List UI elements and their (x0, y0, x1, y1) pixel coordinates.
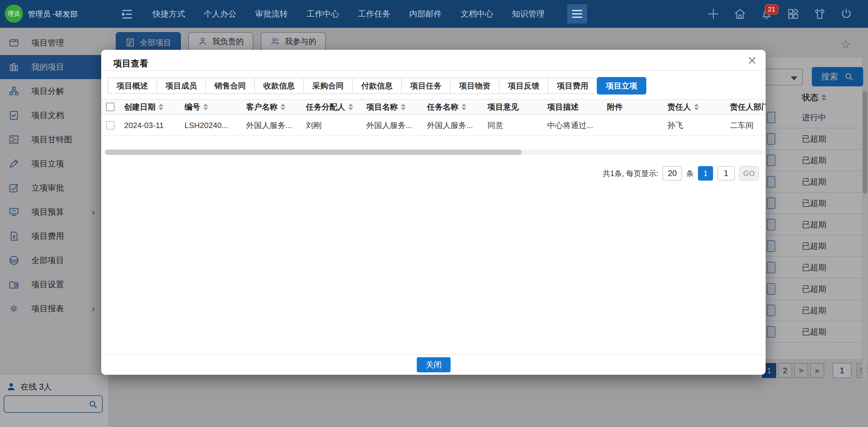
page-number-input[interactable] (717, 166, 735, 181)
modal-table-header: 创建日期 编号 客户名称 任务分配人 (101, 99, 766, 115)
sort-arrows-icon[interactable] (348, 103, 353, 110)
table-cell: LSH20240... (181, 121, 243, 130)
avatar[interactable]: 理员 (5, 4, 23, 23)
theme-shirt-icon[interactable] (813, 7, 826, 21)
column-label: 项目意见 (488, 102, 519, 112)
table-cell: 孙飞 (664, 120, 726, 131)
add-icon[interactable] (707, 7, 720, 21)
page-size-unit: 条 (686, 169, 694, 179)
apps-grid-icon[interactable] (786, 7, 800, 21)
user-name: 管理员 -研发部 (28, 0, 78, 28)
modal-tabs: 项目概述 项目成员 销售合同 收款信息 采购合同 付款信息 项目任务 项目物资 … (108, 78, 646, 94)
modal-pagination: 共1条, 每页显示: 条 1 GO (602, 166, 759, 181)
modal-tab[interactable]: 采购合同 (303, 78, 353, 94)
top-menu-item[interactable]: 知识管理 (512, 8, 545, 19)
table-cell: 2024-03-11 (121, 121, 181, 130)
modal-tab[interactable]: 销售合同 (205, 78, 255, 94)
column-label: 项目名称 (366, 102, 398, 112)
modal-tab[interactable]: 付款信息 (352, 78, 402, 94)
top-menu-item[interactable]: 工作任务 (358, 8, 391, 19)
column-header[interactable]: 附件 (603, 102, 664, 112)
modal-tab[interactable]: 项目物资 (450, 78, 499, 94)
sort-arrows-icon[interactable] (159, 103, 163, 110)
power-logout-icon[interactable] (840, 7, 853, 21)
table-cell: 二车间 (726, 120, 766, 131)
column-header[interactable]: 编号 (181, 102, 243, 112)
modal-tab[interactable]: 收款信息 (254, 78, 304, 94)
page-size-input[interactable] (663, 166, 682, 181)
table-cell: 外国人服务... (243, 120, 302, 131)
column-label: 附件 (607, 102, 623, 112)
top-navigation-bar: 理员 管理员 -研发部 快捷方式 个人办公 审批流转 工作中心 工作任务 内部邮… (0, 0, 868, 28)
table-cell: 外国人服务... (424, 120, 484, 131)
modal-title: 项目查看 (113, 58, 148, 70)
top-menu-item[interactable]: 个人办公 (204, 8, 237, 19)
sort-arrows-icon[interactable] (203, 103, 208, 110)
modal-tab[interactable]: 项目任务 (401, 78, 451, 94)
top-menu-item[interactable]: 工作中心 (307, 8, 339, 19)
modal-table-row: 2024-03-11 LSH20240... 外国人服务... 刘刚 外国人服务… (101, 115, 766, 136)
notifications-bell-icon[interactable]: 21 (760, 7, 773, 21)
sort-arrows-icon[interactable] (281, 103, 285, 110)
column-label: 任务名称 (427, 102, 459, 112)
column-label: 编号 (185, 102, 200, 112)
project-view-modal: 项目查看 × 项目概述 项目成员 销售合同 收款信息 采购合同 付款信息 项目任… (101, 50, 766, 375)
close-icon[interactable]: × (748, 53, 756, 68)
horizontal-scrollbar-track (103, 150, 763, 155)
top-menu-item[interactable]: 审批流转 (255, 8, 288, 19)
column-header[interactable]: 任务名称 (424, 102, 484, 112)
table-cell: 同意 (484, 120, 544, 131)
home-icon[interactable] (733, 7, 747, 21)
table-cell: 外国人服务... (363, 120, 424, 131)
column-header[interactable]: 项目意见 (484, 102, 544, 112)
notification-badge: 21 (765, 4, 779, 14)
pagination-summary: 共1条, 每页显示: (602, 169, 658, 179)
column-label: 项目描述 (547, 102, 579, 112)
table-cell: 刘刚 (302, 120, 363, 131)
top-menu: 快捷方式 个人办公 审批流转 工作中心 工作任务 内部邮件 文档中心 知识管理 (153, 0, 545, 28)
column-label: 责任人 (668, 102, 691, 112)
table-cell: 中心将通过... (544, 120, 603, 131)
row-checkbox[interactable] (106, 121, 115, 129)
column-label: 创建日期 (124, 102, 156, 112)
modal-tab[interactable]: 项目费用 (548, 78, 597, 94)
hamburger-menu-button[interactable] (567, 4, 587, 24)
column-header[interactable]: 责任人部门 (726, 102, 766, 112)
collapse-menu-icon[interactable] (120, 7, 134, 21)
top-menu-item[interactable]: 内部邮件 (409, 8, 442, 19)
top-menu-item[interactable]: 文档中心 (461, 8, 493, 19)
modal-tab[interactable]: 项目概述 (107, 78, 157, 94)
sort-arrows-icon[interactable] (694, 103, 699, 110)
top-menu-item[interactable]: 快捷方式 (153, 8, 185, 19)
horizontal-scrollbar-thumb[interactable] (105, 150, 522, 155)
modal-tab[interactable]: 项目成员 (156, 78, 206, 94)
column-label: 客户名称 (246, 102, 278, 112)
column-label: 责任人部门 (730, 102, 766, 112)
modal-tab[interactable]: 项目立项 (597, 77, 646, 94)
column-label: 任务分配人 (306, 102, 345, 112)
column-header[interactable]: 项目描述 (544, 102, 603, 112)
divider (101, 354, 766, 355)
modal-tab[interactable]: 项目反馈 (499, 78, 549, 94)
topbar-icons: 21 (707, 0, 853, 28)
select-all-checkbox[interactable] (106, 103, 115, 111)
sort-arrows-icon[interactable] (401, 103, 406, 110)
column-header[interactable]: 项目名称 (363, 102, 424, 112)
current-page-button[interactable]: 1 (698, 166, 713, 181)
go-button[interactable]: GO (739, 166, 759, 181)
column-header[interactable]: 责任人 (664, 102, 726, 112)
close-modal-button[interactable]: 关闭 (417, 357, 451, 372)
column-header[interactable]: 客户名称 (243, 102, 302, 112)
column-header[interactable]: 创建日期 (121, 102, 181, 112)
application-root: 全部项目 我负责的 我参与的 ☆ 搜索 状态 (0, 0, 868, 427)
sort-arrows-icon[interactable] (462, 103, 466, 110)
divider (101, 70, 766, 71)
column-header[interactable]: 任务分配人 (302, 102, 363, 112)
